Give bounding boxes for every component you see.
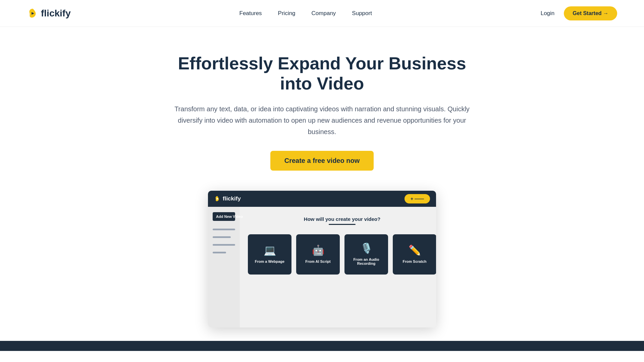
card-webpage-label: From a Webpage xyxy=(255,259,284,263)
sidebar-line-3 xyxy=(213,244,235,246)
card-ai-script-label: From AI Script xyxy=(305,259,330,263)
sidebar-add-button[interactable]: Add New Video xyxy=(213,212,235,221)
app-add-button[interactable]: + —— xyxy=(405,194,430,203)
card-ai-script[interactable]: 🤖 From AI Script xyxy=(296,234,340,275)
app-cards: 💻 From a Webpage 🤖 From AI Script 🎙️ Fro… xyxy=(248,234,436,275)
app-screenshot: flickify + —— Add New Video How will you… xyxy=(208,191,436,327)
sidebar-line-1 xyxy=(213,229,235,230)
card-audio-recording[interactable]: 🎙️ From an Audio Recording xyxy=(344,234,388,275)
app-logo: flickify xyxy=(214,195,241,202)
audio-icon: 🎙️ xyxy=(360,243,373,253)
cta-button[interactable]: Create a free video now xyxy=(270,151,374,171)
app-sidebar: Add New Video xyxy=(208,207,240,327)
nav-features[interactable]: Features xyxy=(239,10,262,16)
login-link[interactable]: Login xyxy=(541,10,555,17)
main-nav: flickify Features Pricing Company Suppor… xyxy=(0,0,644,27)
hero-heading: Effortlessly Expand Your Business into V… xyxy=(168,54,476,94)
app-topbar: flickify + —— xyxy=(208,191,436,207)
nav-company[interactable]: Company xyxy=(312,10,336,16)
logo-text: flickify xyxy=(41,8,71,19)
hero-subtext: Transform any text, data, or idea into c… xyxy=(171,103,473,137)
scratch-icon: ✏️ xyxy=(409,245,421,255)
logo[interactable]: flickify xyxy=(27,7,71,19)
card-scratch[interactable]: ✏️ From Scratch xyxy=(393,234,436,275)
nav-pricing[interactable]: Pricing xyxy=(278,10,296,16)
hero-section: Effortlessly Expand Your Business into V… xyxy=(154,27,490,341)
card-scratch-label: From Scratch xyxy=(403,259,427,263)
sidebar-line-4 xyxy=(213,252,226,253)
app-underline xyxy=(329,224,356,225)
app-main-content: How will you create your video? 💻 From a… xyxy=(240,207,436,327)
logo-icon xyxy=(27,7,39,19)
nav-right: Login Get Started → xyxy=(541,6,617,20)
ai-script-icon: 🤖 xyxy=(312,245,324,255)
card-audio-label: From an Audio Recording xyxy=(348,257,385,265)
nav-links: Features Pricing Company Support xyxy=(239,10,372,17)
sidebar-line-2 xyxy=(213,236,231,238)
app-question: How will you create your video? xyxy=(304,216,380,222)
webpage-icon: 💻 xyxy=(264,245,276,255)
get-started-button[interactable]: Get Started → xyxy=(564,6,617,20)
nav-support[interactable]: Support xyxy=(352,10,372,16)
app-body: Add New Video How will you create your v… xyxy=(208,207,436,327)
app-logo-icon xyxy=(214,195,221,202)
footer-bar xyxy=(0,341,644,351)
card-webpage[interactable]: 💻 From a Webpage xyxy=(248,234,291,275)
